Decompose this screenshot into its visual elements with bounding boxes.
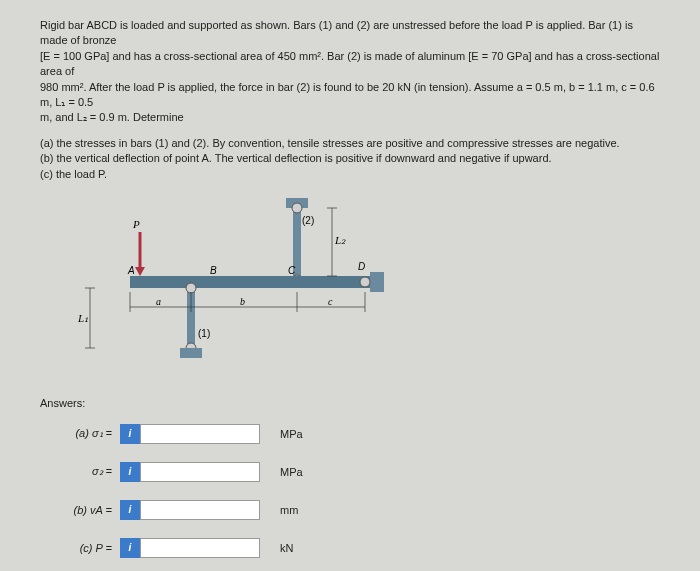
rigid-bar-icon: [130, 276, 370, 288]
label-dim-c: c: [328, 296, 333, 307]
answers-section: Answers: (a) σ₁ = i MPa σ₂ = i MPa (b) v…: [40, 397, 660, 558]
answer-label-va: (b) vA =: [40, 504, 120, 516]
answer-row-va: (b) vA = i mm: [40, 500, 660, 520]
diagram-svg: P A B C D (2) (1) L₂ L₁ a b c: [70, 192, 430, 392]
label-l2: L₂: [334, 234, 346, 246]
unit-sigma1: MPa: [280, 428, 303, 440]
va-input[interactable]: [140, 500, 260, 520]
problem-line-1: Rigid bar ABCD is loaded and supported a…: [40, 19, 633, 46]
answer-row-sigma2: σ₂ = i MPa: [40, 462, 660, 482]
label-bar1: (1): [198, 328, 210, 339]
unit-sigma2: MPa: [280, 466, 303, 478]
problem-line-2: [E = 100 GPa] and has a cross-sectional …: [40, 50, 659, 77]
problem-statement: Rigid bar ABCD is loaded and supported a…: [40, 18, 660, 126]
answers-heading: Answers:: [40, 397, 660, 409]
support-d-icon: [370, 272, 384, 292]
pin-b-icon: [186, 283, 196, 293]
label-bar2: (2): [302, 215, 314, 226]
subparts: (a) the stresses in bars (1) and (2). By…: [40, 136, 660, 182]
subpart-b: (b) the vertical deflection of point A. …: [40, 151, 660, 166]
subpart-a: (a) the stresses in bars (1) and (2). By…: [40, 136, 660, 151]
subpart-c: (c) the load P.: [40, 167, 660, 182]
label-p: P: [132, 218, 140, 230]
label-a: A: [127, 265, 135, 276]
info-icon: i: [120, 500, 140, 520]
answer-label-p: (c) P =: [40, 542, 120, 554]
label-b-point: B: [210, 265, 217, 276]
label-c-point: C: [288, 265, 296, 276]
sigma2-input[interactable]: [140, 462, 260, 482]
label-l1: L₁: [77, 312, 89, 324]
p-input[interactable]: [140, 538, 260, 558]
answer-label-sigma1: (a) σ₁ =: [40, 427, 120, 440]
label-d: D: [358, 261, 365, 272]
label-dim-b: b: [240, 296, 245, 307]
pin-d-icon: [360, 277, 370, 287]
answer-label-sigma2: σ₂ =: [40, 465, 120, 478]
problem-line-4: m, and L₂ = 0.9 m. Determine: [40, 111, 184, 123]
diagram: P A B C D (2) (1) L₂ L₁ a b c: [70, 192, 430, 392]
sigma1-input[interactable]: [140, 424, 260, 444]
load-arrowhead-icon: [135, 267, 145, 276]
problem-line-3: 980 mm². After the load P is applied, th…: [40, 81, 655, 108]
bottom-clamp-icon: [180, 348, 202, 358]
answer-row-p: (c) P = i kN: [40, 538, 660, 558]
info-icon: i: [120, 424, 140, 444]
label-dim-a: a: [156, 296, 161, 307]
unit-p: kN: [280, 542, 293, 554]
answer-row-sigma1: (a) σ₁ = i MPa: [40, 424, 660, 444]
unit-va: mm: [280, 504, 298, 516]
info-icon: i: [120, 462, 140, 482]
pin-top-icon: [292, 203, 302, 213]
info-icon: i: [120, 538, 140, 558]
